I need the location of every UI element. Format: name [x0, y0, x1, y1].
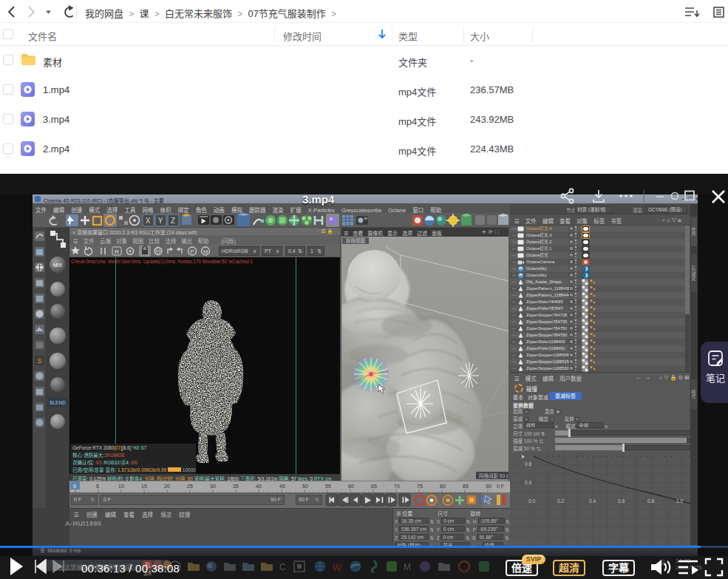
svg-text:55: 55: [325, 484, 331, 489]
svg-text:60: 60: [348, 484, 354, 489]
svg-text:5: 5: [96, 484, 99, 489]
svg-text:Y: Y: [158, 217, 163, 225]
svg-text:75: 75: [417, 484, 423, 489]
svg-text:50: 50: [302, 484, 308, 489]
svg-text:90: 90: [486, 484, 491, 489]
svg-text:W: W: [333, 562, 342, 573]
svg-text:85: 85: [463, 484, 469, 489]
svg-text:0.8: 0.8: [647, 498, 654, 504]
svg-text:C: C: [279, 562, 286, 572]
svg-text:BLEND: BLEND: [50, 400, 66, 405]
svg-text:30: 30: [210, 484, 216, 489]
svg-text:0.4: 0.4: [525, 480, 531, 485]
svg-text:X: X: [146, 217, 151, 225]
svg-text:1.0: 1.0: [676, 498, 683, 504]
svg-text:35: 35: [233, 484, 239, 489]
svg-text:M: M: [203, 248, 208, 255]
svg-text:网格间距 50 cm: 网格间距 50 cm: [479, 473, 508, 479]
svg-text:R: R: [115, 248, 119, 255]
svg-text:65: 65: [371, 484, 377, 489]
svg-text:P: P: [190, 248, 194, 255]
svg-text:70: 70: [394, 484, 400, 489]
svg-text:20: 20: [164, 484, 170, 489]
svg-text:80: 80: [440, 484, 446, 489]
svg-text:M: M: [404, 562, 411, 572]
svg-text:40: 40: [256, 484, 262, 489]
svg-text:25: 25: [187, 484, 193, 489]
svg-text:10: 10: [118, 484, 124, 489]
svg-text:S: S: [37, 357, 41, 365]
svg-text:0.8: 0.8: [525, 461, 531, 467]
svg-text:Z: Z: [171, 217, 175, 225]
svg-text:0.2: 0.2: [557, 498, 564, 504]
svg-text:0.0: 0.0: [528, 498, 535, 504]
svg-text:0.4: 0.4: [589, 498, 596, 504]
svg-text:0 F: 0 F: [497, 484, 504, 489]
svg-text:0.6: 0.6: [618, 498, 625, 504]
svg-text:0: 0: [73, 484, 76, 489]
svg-text:15: 15: [141, 484, 147, 489]
svg-text:45: 45: [279, 484, 285, 489]
svg-text:MIX: MIX: [53, 263, 63, 268]
